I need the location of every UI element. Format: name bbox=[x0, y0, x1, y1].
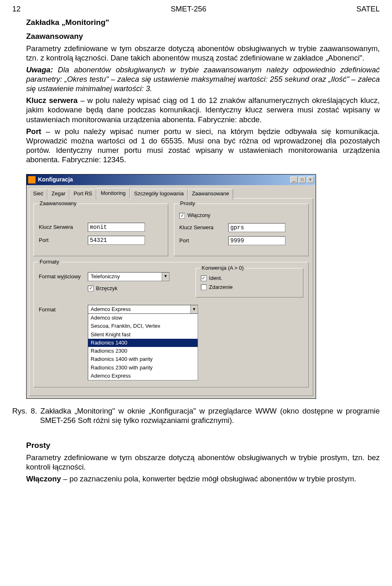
format-option[interactable]: Ademco slow bbox=[88, 314, 198, 322]
maximize-button[interactable]: □ bbox=[298, 177, 306, 183]
checkbox-wlaczony[interactable]: ✓ bbox=[179, 213, 185, 219]
checkbox-brzeczyk[interactable]: ✓ bbox=[88, 286, 94, 291]
label-formatw: Format wyjściowy bbox=[39, 273, 88, 280]
input-port-simple[interactable] bbox=[228, 236, 285, 245]
legend-prosty: Prosty bbox=[178, 200, 197, 207]
label-klucz-adv: Klucz Serwera bbox=[39, 224, 88, 230]
minimize-button[interactable]: _ bbox=[290, 177, 298, 183]
term-klucz: Klucz serwera bbox=[26, 96, 78, 105]
window-title: Konfiguracja bbox=[38, 176, 290, 183]
input-klucz-adv[interactable] bbox=[88, 223, 145, 232]
term-klucz-desc: – w polu należy wpisać ciąg od 1 do 12 z… bbox=[26, 96, 380, 123]
label-zdarzenie: Zdarzenie bbox=[209, 284, 233, 291]
format-option[interactable]: Radionics 1400 with parity bbox=[88, 355, 198, 363]
legend-konwersja: Konwersja (A > 0) bbox=[200, 265, 245, 271]
format-option[interactable]: Radionics 1400 bbox=[88, 339, 198, 347]
tab-zaawansowane[interactable]: Zaawansowane bbox=[188, 189, 233, 199]
titlebar: Konfiguracja _ □ × bbox=[27, 174, 316, 185]
label-brzeczyk: Brzęczyk bbox=[96, 285, 118, 292]
legend-formaty: Formaty bbox=[38, 259, 61, 265]
label-wlaczony: Włączony bbox=[187, 212, 210, 219]
format-option[interactable]: Silent Knight fast bbox=[88, 331, 198, 339]
subheading-zaawansowany: Zaawansowany bbox=[26, 31, 380, 41]
page-title-center: SMET-256 bbox=[171, 4, 206, 13]
page-number: 12 bbox=[12, 4, 21, 13]
tab-szczegoly[interactable]: Szczegóły logowania bbox=[130, 189, 187, 199]
legend-zaawansowany: Zaawansowany bbox=[38, 200, 78, 207]
paragraph: Parametry zdefiniowane w tym obszarze do… bbox=[26, 44, 380, 63]
select-format-value: Ademco Express bbox=[88, 305, 190, 313]
tab-monitoring[interactable]: Monitoring bbox=[96, 188, 130, 199]
checkbox-ident[interactable]: ✓ bbox=[201, 275, 207, 281]
close-button[interactable]: × bbox=[307, 177, 314, 183]
config-window: Konfiguracja _ □ × Sieć Zegar Port RS Mo… bbox=[26, 174, 316, 399]
format-option[interactable]: Ademco Express bbox=[88, 372, 198, 380]
note-label: Uwaga: bbox=[26, 65, 53, 74]
figure-caption: Rys. 8. Zakładka „Monitoring" w oknie „K… bbox=[12, 406, 380, 425]
select-formatw-value: Telefoniczny bbox=[88, 273, 162, 281]
label-port-simple: Port bbox=[179, 237, 228, 244]
term-port: Port bbox=[26, 127, 41, 136]
select-format[interactable]: Ademco Express ▼ bbox=[88, 305, 198, 314]
group-formaty: Formaty Format wyjściowy Telefoniczny ▼ … bbox=[33, 262, 309, 388]
paragraph-wlaczony: Włączony – po zaznaczeniu pola, konwerte… bbox=[26, 474, 380, 483]
app-icon bbox=[28, 176, 36, 183]
format-option[interactable]: Radionics 2300 bbox=[88, 347, 198, 355]
label-ident: Ident. bbox=[209, 275, 223, 282]
group-prosty: Prosty ✓ Włączony Klucz Serwera Port bbox=[174, 204, 309, 256]
paragraph-prosty: Parametry zdefiniowane w tym obszarze do… bbox=[26, 453, 380, 472]
label-port-adv: Port bbox=[39, 237, 88, 244]
note-text: Dla abonentów obsługiwanych w trybie zaa… bbox=[26, 65, 380, 93]
note-paragraph: Uwaga: Dla abonentów obsługiwanych w try… bbox=[26, 65, 380, 93]
tab-zegar[interactable]: Zegar bbox=[47, 189, 69, 199]
paragraph-klucz: Klucz serwera – w polu należy wpisać cią… bbox=[26, 96, 380, 124]
chevron-down-icon: ▼ bbox=[162, 273, 169, 281]
tabstrip: Sieć Zegar Port RS Monitoring Szczegóły … bbox=[27, 185, 316, 198]
input-port-adv[interactable] bbox=[88, 236, 145, 245]
label-format: Format bbox=[39, 305, 88, 313]
subheading-prosty: Prosty bbox=[26, 441, 380, 450]
term-wlaczony: Włączony bbox=[26, 474, 61, 483]
page-brand: SATEL bbox=[356, 4, 380, 13]
section-heading: Zakładka „Monitoring" bbox=[26, 18, 380, 27]
term-port-desc: – w polu należy wpisać numer portu w sie… bbox=[26, 127, 380, 164]
tab-panel-monitoring: Zaawansowany Klucz Serwera Port Prosty ✓… bbox=[29, 198, 313, 396]
tab-siec[interactable]: Sieć bbox=[29, 189, 47, 199]
group-zaawansowany: Zaawansowany Klucz Serwera Port bbox=[33, 204, 168, 256]
tab-portrs[interactable]: Port RS bbox=[69, 189, 96, 199]
label-klucz-simple: Klucz Serwera bbox=[179, 224, 228, 231]
format-listbox[interactable]: Ademco slowSescoa, Franklin, DCI, Vertex… bbox=[88, 313, 198, 380]
group-konwersja: Konwersja (A > 0) ✓ Ident. Zdarzenie bbox=[196, 268, 303, 298]
format-option[interactable]: Sescoa, Franklin, DCI, Vertex bbox=[88, 322, 198, 330]
term-wlaczony-desc: – po zaznaczeniu pola, konwerter będzie … bbox=[61, 474, 356, 483]
select-formatw[interactable]: Telefoniczny ▼ bbox=[88, 272, 169, 281]
input-klucz-simple[interactable] bbox=[228, 223, 285, 232]
format-option[interactable]: Radionics 2300 with parity bbox=[88, 364, 198, 372]
paragraph-port: Port – w polu należy wpisać numer portu … bbox=[26, 127, 380, 165]
checkbox-zdarzenie[interactable] bbox=[201, 284, 207, 290]
chevron-down-icon: ▼ bbox=[190, 305, 198, 313]
